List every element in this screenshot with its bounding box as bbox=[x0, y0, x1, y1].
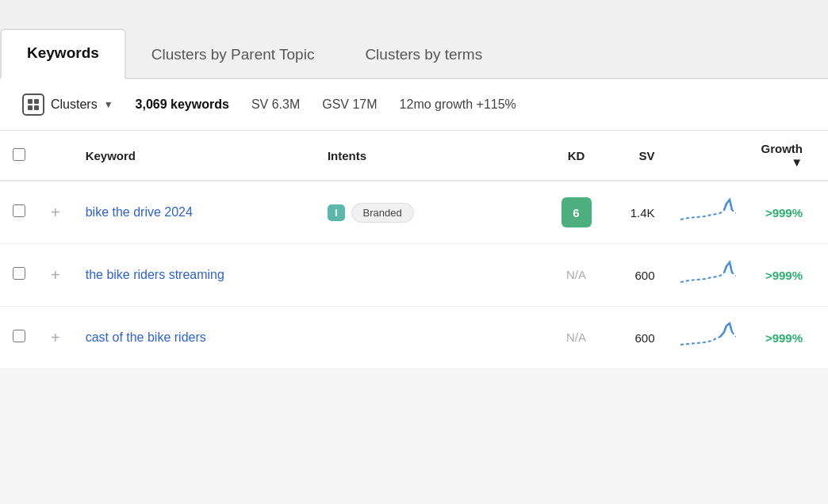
svg-rect-1 bbox=[34, 99, 39, 104]
sparkline-cell bbox=[668, 244, 749, 307]
growth-cell: >999% bbox=[749, 181, 829, 244]
keywords-table: Keyword Intents KD SV Growth ▼ +bike the… bbox=[0, 131, 828, 369]
keyword-cell: cast of the bike riders bbox=[73, 307, 315, 369]
select-all-checkbox[interactable] bbox=[13, 148, 25, 161]
clusters-icon bbox=[22, 94, 44, 116]
kd-cell: N/A bbox=[549, 244, 604, 307]
sv-cell: 1.4K bbox=[604, 181, 668, 244]
row-checkbox[interactable] bbox=[13, 267, 25, 280]
keyword-col-header: Keyword bbox=[73, 131, 315, 181]
intent-badge-branded[interactable]: Branded bbox=[351, 203, 414, 223]
table-row: +the bike riders streamingN/A600 >999% bbox=[0, 244, 828, 307]
sv-stat: SV 6.3M bbox=[251, 97, 300, 112]
add-col-header bbox=[38, 131, 73, 181]
kd-na-label: N/A bbox=[566, 330, 586, 344]
tab-keywords[interactable]: Keywords bbox=[0, 29, 126, 79]
chevron-down-icon: ▼ bbox=[104, 99, 113, 110]
sv-col-header: SV bbox=[604, 131, 668, 181]
sparkline-cell bbox=[668, 181, 749, 244]
keyword-cell: the bike riders streaming bbox=[73, 244, 315, 307]
growth-stat: 12mo growth +115% bbox=[400, 97, 516, 112]
growth-cell: >999% bbox=[749, 307, 829, 369]
row-checkbox-cell bbox=[0, 181, 38, 244]
kd-na-label: N/A bbox=[566, 268, 586, 281]
sparkline-col-header bbox=[668, 131, 749, 181]
svg-rect-0 bbox=[28, 99, 33, 104]
intents-cell bbox=[315, 307, 549, 369]
clusters-button[interactable]: Clusters ▼ bbox=[22, 94, 113, 116]
kd-cell: N/A bbox=[549, 307, 604, 369]
sort-icon: ▼ bbox=[791, 155, 803, 169]
keyword-link[interactable]: the bike riders streaming bbox=[86, 268, 224, 281]
sparkline-cell bbox=[668, 307, 749, 369]
svg-rect-3 bbox=[34, 105, 39, 110]
toolbar: Clusters ▼ 3,069 keywords SV 6.3M GSV 17… bbox=[0, 79, 828, 131]
tabs-bar: Keywords Clusters by Parent Topic Cluste… bbox=[0, 0, 828, 79]
row-checkbox[interactable] bbox=[13, 330, 25, 342]
table-header-row: Keyword Intents KD SV Growth ▼ bbox=[0, 131, 828, 181]
intent-badges: IBranded bbox=[328, 203, 536, 223]
kd-col-header: KD bbox=[549, 131, 604, 181]
row-checkbox-cell bbox=[0, 307, 38, 369]
keyword-cell: bike the drive 2024 bbox=[73, 181, 315, 244]
gsv-stat: GSV 17M bbox=[322, 97, 377, 112]
table-row: +cast of the bike ridersN/A600 >999% bbox=[0, 307, 828, 369]
clusters-label: Clusters bbox=[51, 97, 98, 112]
keyword-link[interactable]: bike the drive 2024 bbox=[86, 205, 193, 219]
sv-cell: 600 bbox=[604, 307, 668, 369]
select-all-header[interactable] bbox=[0, 131, 38, 181]
tab-clusters-parent[interactable]: Clusters by Parent Topic bbox=[126, 32, 340, 79]
growth-cell: >999% bbox=[749, 244, 829, 307]
tab-clusters-terms[interactable]: Clusters by terms bbox=[339, 32, 508, 79]
growth-col-header: Growth ▼ bbox=[749, 131, 829, 181]
intents-cell: IBranded bbox=[315, 181, 549, 244]
kd-cell: 6 bbox=[549, 181, 604, 244]
keywords-count: 3,069 keywords bbox=[136, 97, 229, 112]
sv-cell: 600 bbox=[604, 244, 668, 307]
intents-cell bbox=[315, 244, 549, 307]
intents-col-header: Intents bbox=[315, 131, 549, 181]
grid-icon bbox=[27, 98, 40, 111]
row-checkbox[interactable] bbox=[13, 204, 25, 217]
svg-rect-2 bbox=[28, 105, 33, 110]
intent-badge-i[interactable]: I bbox=[328, 204, 345, 221]
table-row: +bike the drive 2024IBranded61.4K >999% bbox=[0, 181, 828, 244]
add-row-button[interactable]: + bbox=[38, 307, 73, 369]
add-row-button[interactable]: + bbox=[38, 181, 73, 244]
row-checkbox-cell bbox=[0, 244, 38, 307]
keyword-link[interactable]: cast of the bike riders bbox=[86, 330, 206, 344]
kd-score-box: 6 bbox=[562, 197, 592, 227]
add-row-button[interactable]: + bbox=[38, 244, 73, 307]
